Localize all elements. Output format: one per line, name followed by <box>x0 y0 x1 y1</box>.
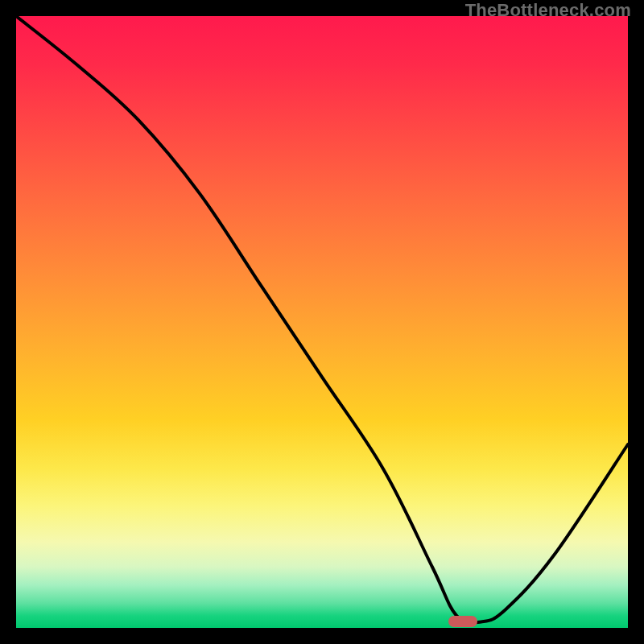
watermark-text: TheBottleneck.com <box>465 0 631 21</box>
curve-layer <box>16 16 628 628</box>
bottleneck-curve <box>16 16 628 623</box>
optimal-marker <box>448 616 477 627</box>
chart-frame: TheBottleneck.com <box>0 0 644 644</box>
